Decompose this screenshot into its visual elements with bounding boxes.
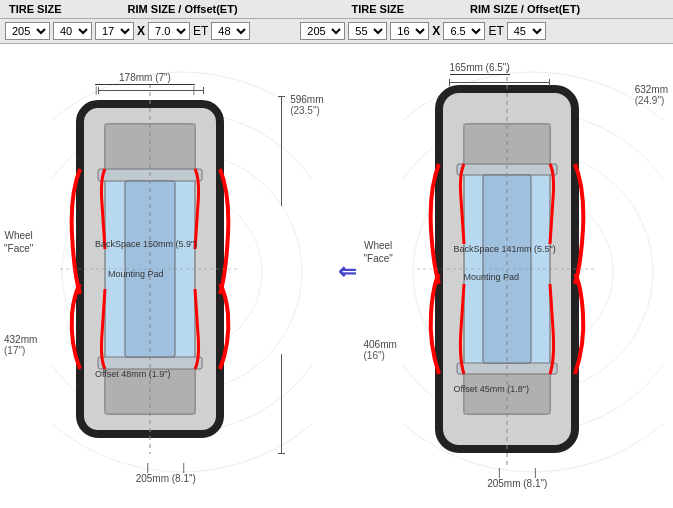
right-top-dim: 165mm (6.5") <box>450 62 510 75</box>
right-rim-label: RIM SIZE / Offset(ET) <box>470 3 580 15</box>
left-rimw-select[interactable]: 7.06.06.57.58.0 <box>148 22 190 40</box>
right-et-label: ET <box>488 24 503 38</box>
left-panel: 178mm (7") || 596mm (23.5") Wheel "Face"… <box>0 44 332 499</box>
right-wheel-face: Wheel "Face" <box>364 239 393 265</box>
right-tire-size-label: TIRE SIZE <box>352 3 405 15</box>
right-backspace: BackSpace 141mm (5.5") <box>454 244 556 254</box>
left-x-label: X <box>137 24 145 38</box>
left-rim-label: RIM SIZE / Offset(ET) <box>128 3 238 15</box>
right-et-select[interactable]: 452530354048 <box>507 22 546 40</box>
right-dia-select[interactable]: 1614151718 <box>390 22 429 40</box>
left-offset: Offset 48mm (1.9") <box>95 369 171 379</box>
svg-rect-19 <box>464 124 550 169</box>
top-bar: TIRE SIZE RIM SIZE / Offset(ET) TIRE SIZ… <box>0 0 673 19</box>
left-side-top-dim: 596mm (23.5") <box>290 94 323 116</box>
left-width-select[interactable]: 205175185195215225 <box>5 22 50 40</box>
right-width-select[interactable]: 205175185195215 <box>300 22 345 40</box>
left-selectors: 205175185195215225 403035455055 17141516… <box>5 22 250 40</box>
right-selectors: 205175185195215 553035404550 1614151718 … <box>300 22 545 40</box>
main-content: 178mm (7") || 596mm (23.5") Wheel "Face"… <box>0 44 673 499</box>
right-side-bot-dim: 406mm (16") <box>364 339 397 361</box>
left-aspect-select[interactable]: 403035455055 <box>53 22 92 40</box>
right-tire-svg <box>407 64 607 474</box>
right-bottom-dim: | | 205mm (8.1") <box>487 467 547 489</box>
left-side-bot-dim: 432mm (17") <box>4 334 37 356</box>
center-arrow: ⇐ <box>332 44 362 499</box>
left-controls: TIRE SIZE RIM SIZE / Offset(ET) <box>4 2 327 16</box>
right-panel: 165mm (6.5") 632mm (24.9") Wheel "Face" … <box>362 44 674 499</box>
left-mounting-pad: Mounting Pad <box>108 269 164 279</box>
left-bottom-dim: | | 205mm (8.1") <box>136 462 196 484</box>
controls-bar: 205175185195215225 403035455055 17141516… <box>0 19 673 44</box>
left-tire-size-label: TIRE SIZE <box>9 3 62 15</box>
right-x-label: X <box>432 24 440 38</box>
right-side-top-dim: 632mm (24.9") <box>635 84 668 106</box>
left-wheel-face: Wheel "Face" <box>4 229 33 255</box>
right-offset: Offset 45mm (1.8") <box>454 384 530 394</box>
left-et-label: ET <box>193 24 208 38</box>
left-top-dim: 178mm (7") || <box>95 72 195 95</box>
left-dia-select[interactable]: 171415161819 <box>95 22 134 40</box>
left-et-select[interactable]: 482530354045 <box>211 22 250 40</box>
right-rimw-select[interactable]: 6.56.07.07.5 <box>443 22 485 40</box>
right-controls: TIRE SIZE RIM SIZE / Offset(ET) <box>347 2 670 16</box>
left-backspace: BackSpace 150mm (5.9") <box>95 239 197 249</box>
right-aspect-select[interactable]: 553035404550 <box>348 22 387 40</box>
right-mounting-pad: Mounting Pad <box>464 272 520 282</box>
